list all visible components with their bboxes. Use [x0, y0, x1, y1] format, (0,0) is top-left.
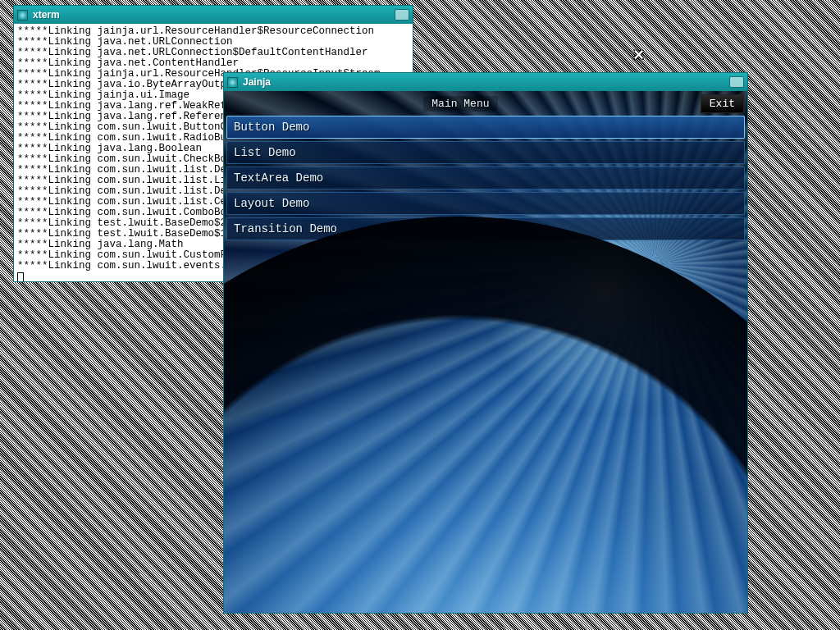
jainja-title-bar[interactable]: Jainja: [224, 73, 747, 91]
list-item[interactable]: TextArea Demo: [226, 167, 745, 189]
exit-button[interactable]: Exit: [701, 94, 744, 113]
pointer-x-icon: ×: [633, 51, 645, 62]
jainja-canvas: Main Menu Exit Button Demo List Demo Tex…: [224, 91, 747, 613]
demo-list: Button Demo List Demo TextArea Demo Layo…: [226, 116, 745, 240]
window-menu-icon[interactable]: [227, 77, 238, 88]
window-max-icon[interactable]: [729, 76, 744, 88]
xterm-title: xterm: [33, 9, 390, 21]
main-menu-label: Main Menu: [423, 96, 497, 112]
list-item[interactable]: List Demo: [226, 141, 745, 164]
window-max-icon[interactable]: [395, 9, 409, 21]
jainja-window: Jainja Main Menu Exit Button Demo List D…: [223, 72, 748, 614]
terminal-cursor: [17, 272, 24, 281]
xterm-title-bar[interactable]: xterm: [14, 6, 413, 24]
window-menu-icon[interactable]: [17, 10, 28, 21]
list-item[interactable]: Transition Demo: [226, 217, 745, 240]
jainja-title: Jainja: [243, 76, 724, 88]
list-item[interactable]: Button Demo: [226, 116, 745, 139]
list-item[interactable]: Layout Demo: [226, 192, 745, 215]
